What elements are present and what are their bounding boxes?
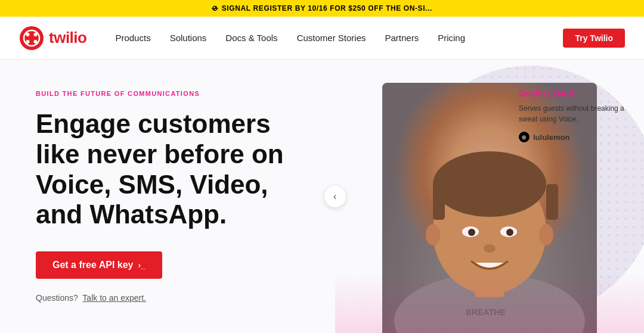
hero-section: BUILD THE FUTURE OF COMMUNICATIONS Engag… xyxy=(0,60,644,333)
lululemon-icon: ◎ xyxy=(519,132,530,142)
svg-point-3 xyxy=(34,33,38,36)
testimony-text: Serves guests without breaking a sweat u… xyxy=(519,103,626,125)
talk-to-expert-link[interactable]: Talk to an expert. xyxy=(82,293,146,303)
chevron-left-icon: ‹ xyxy=(333,191,336,202)
logo-text: twilio xyxy=(49,29,86,47)
testimony-name: Devlin O'Neil xyxy=(519,88,626,98)
nav-solutions[interactable]: Solutions xyxy=(170,33,207,43)
nav-customer-stories[interactable]: Customer Stories xyxy=(297,33,366,43)
logo[interactable]: twilio xyxy=(19,26,86,51)
nav-pricing[interactable]: Pricing xyxy=(438,33,465,43)
announcement-text: REGISTER BY 10/16 FOR $250 OFF THE ON-SI… xyxy=(253,4,432,13)
hero-eyebrow: BUILD THE FUTURE OF COMMUNICATIONS xyxy=(36,90,299,97)
svg-point-4 xyxy=(26,40,30,43)
hero-left: BUILD THE FUTURE OF COMMUNICATIONS Engag… xyxy=(0,60,335,333)
questions-prefix: Questions? xyxy=(36,293,78,303)
nav-partners[interactable]: Partners xyxy=(385,33,419,43)
brand-name: lululemon xyxy=(533,133,569,142)
nav-products[interactable]: Products xyxy=(115,33,150,43)
testimony-card: Devlin O'Neil Serves guests without brea… xyxy=(519,88,626,142)
announcement-bar: ⊘ SIGNAL REGISTER BY 10/16 FOR $250 OFF … xyxy=(0,0,644,17)
testimony-brand: ◎ lululemon xyxy=(519,132,626,142)
signal-brand: SIGNAL xyxy=(222,4,251,13)
hero-cta-label: Get a free API key xyxy=(52,260,133,270)
svg-point-2 xyxy=(26,33,30,36)
main-nav: Products Solutions Docs & Tools Customer… xyxy=(115,29,625,48)
hero-questions: Questions? Talk to an expert. xyxy=(36,293,299,303)
header-cta-button[interactable]: Try Twilio xyxy=(563,29,625,48)
carousel-prev-button[interactable]: ‹ xyxy=(324,186,346,207)
logo-icon xyxy=(19,26,44,51)
hero-cta-button[interactable]: Get a free API key ›_ xyxy=(36,251,162,279)
signal-icon: ⊘ xyxy=(212,4,218,13)
header: twilio Products Solutions Docs & Tools C… xyxy=(0,17,644,60)
svg-point-5 xyxy=(34,40,38,43)
hero-right: BREATHE ‹ Devlin O'Neil Serves guests wi… xyxy=(335,60,644,333)
hero-cta-arrow: ›_ xyxy=(138,260,145,270)
hero-headline: Engage customers like never before on Vo… xyxy=(36,109,299,229)
nav-docs-tools[interactable]: Docs & Tools xyxy=(225,33,277,43)
